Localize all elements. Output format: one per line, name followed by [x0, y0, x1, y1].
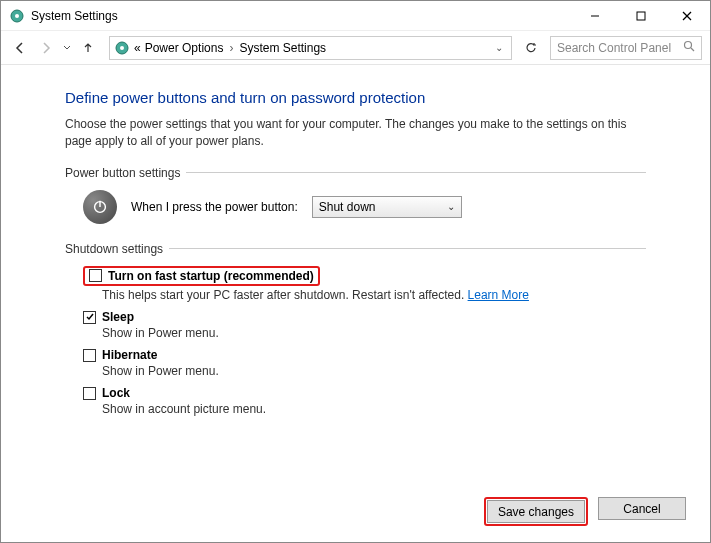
power-icon: [83, 190, 117, 224]
window: System Settings: [0, 0, 711, 543]
option-desc: This helps start your PC faster after sh…: [102, 288, 646, 302]
refresh-button[interactable]: [520, 37, 542, 59]
power-button-dropdown[interactable]: Shut down ⌄: [312, 196, 462, 218]
app-icon: [9, 8, 25, 24]
maximize-button[interactable]: [618, 1, 664, 31]
power-button-prompt: When I press the power button:: [131, 200, 298, 214]
content: Define power buttons and turn on passwor…: [1, 65, 710, 416]
breadcrumb-sep-icon: ›: [229, 41, 233, 55]
option-fast-startup: Turn on fast startup (recommended) This …: [65, 266, 646, 303]
power-button-row: When I press the power button: Shut down…: [65, 190, 646, 224]
recent-dropdown[interactable]: [61, 37, 73, 59]
search-icon: [683, 40, 695, 55]
minimize-button[interactable]: [572, 1, 618, 31]
checkbox-fast-startup[interactable]: [89, 269, 102, 282]
navbar: « Power Options › System Settings ⌄ Sear…: [1, 31, 710, 65]
option-desc: Show in Power menu.: [102, 326, 646, 340]
up-button[interactable]: [77, 37, 99, 59]
forward-button[interactable]: [35, 37, 57, 59]
breadcrumb[interactable]: « Power Options › System Settings ⌄: [109, 36, 512, 60]
checkbox-sleep[interactable]: [83, 311, 96, 324]
highlight-fast-startup: Turn on fast startup (recommended): [83, 266, 320, 286]
chevron-down-icon[interactable]: ⌄: [495, 42, 507, 53]
window-title: System Settings: [31, 9, 572, 23]
cancel-button[interactable]: Cancel: [598, 497, 686, 520]
svg-point-7: [120, 46, 124, 50]
chevron-down-icon: ⌄: [447, 201, 455, 212]
option-hibernate: Hibernate Show in Power menu.: [65, 348, 646, 378]
back-button[interactable]: [9, 37, 31, 59]
svg-point-8: [685, 42, 692, 49]
dropdown-value: Shut down: [319, 200, 376, 214]
highlight-save: Save changes: [484, 497, 588, 526]
titlebar: System Settings: [1, 1, 710, 31]
option-lock: Lock Show in account picture menu.: [65, 386, 646, 416]
window-controls: [572, 1, 710, 31]
learn-more-link[interactable]: Learn More: [468, 288, 529, 302]
search-input[interactable]: Search Control Panel: [550, 36, 702, 60]
option-title: Lock: [102, 386, 130, 400]
svg-line-9: [691, 48, 694, 51]
close-button[interactable]: [664, 1, 710, 31]
svg-point-1: [15, 14, 19, 18]
save-button[interactable]: Save changes: [487, 500, 585, 523]
option-title: Hibernate: [102, 348, 157, 362]
option-title: Sleep: [102, 310, 134, 324]
breadcrumb-item-1[interactable]: Power Options: [145, 41, 224, 55]
breadcrumb-item-2[interactable]: System Settings: [239, 41, 326, 55]
shutdown-section-label: Shutdown settings: [65, 242, 646, 256]
checkbox-hibernate[interactable]: [83, 349, 96, 362]
page-heading: Define power buttons and turn on passwor…: [65, 89, 646, 106]
checkbox-lock[interactable]: [83, 387, 96, 400]
option-title: Turn on fast startup (recommended): [108, 269, 314, 283]
breadcrumb-prefix: «: [134, 41, 141, 55]
option-desc: Show in account picture menu.: [102, 402, 646, 416]
page-description: Choose the power settings that you want …: [65, 116, 646, 150]
option-sleep: Sleep Show in Power menu.: [65, 310, 646, 340]
search-placeholder: Search Control Panel: [557, 41, 671, 55]
power-section-label: Power button settings: [65, 166, 646, 180]
footer: Save changes Cancel: [484, 497, 686, 526]
svg-rect-3: [637, 12, 645, 20]
breadcrumb-icon: [114, 40, 130, 56]
option-desc: Show in Power menu.: [102, 364, 646, 378]
